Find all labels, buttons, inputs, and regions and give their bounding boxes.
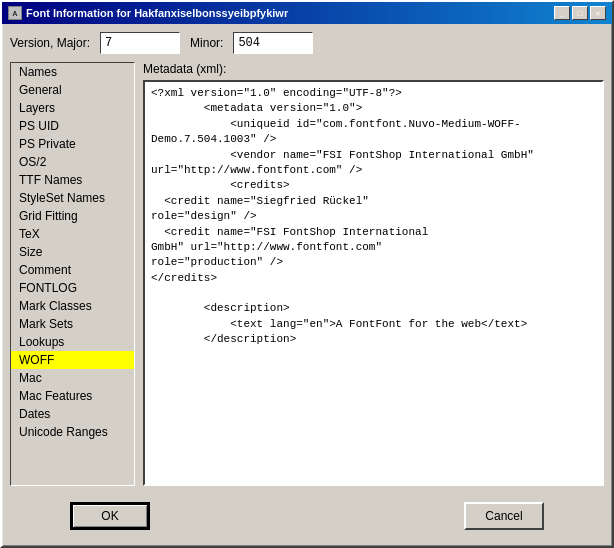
sidebar-item-tex[interactable]: TeX [11,225,134,243]
main-area: Names General Layers PS UID PS Private O… [10,62,604,486]
ok-button[interactable]: OK [70,502,150,530]
sidebar-item-marksets[interactable]: Mark Sets [11,315,134,333]
window-title: Font Information for Hakfanxiselbonssyei… [26,7,288,19]
sidebar-item-stylesetnames[interactable]: StyleSet Names [11,189,134,207]
sidebar-item-markclasses[interactable]: Mark Classes [11,297,134,315]
sidebar-item-comment[interactable]: Comment [11,261,134,279]
sidebar-item-psprivate[interactable]: PS Private [11,135,134,153]
window-icon: A [8,6,22,20]
right-panel: Metadata (xml): <?xml version="1.0" enco… [143,62,604,486]
version-major-input[interactable] [100,32,180,54]
xml-container: <?xml version="1.0" encoding="UTF-8"?> <… [143,80,604,486]
minimize-button[interactable]: _ [554,6,570,20]
title-bar-controls: _ □ ✕ [554,6,606,20]
sidebar-item-layers[interactable]: Layers [11,99,134,117]
version-major-label: Version, Major: [10,36,90,50]
version-minor-input[interactable] [233,32,313,54]
sidebar-item-ttfnames[interactable]: TTF Names [11,171,134,189]
sidebar-item-macfeatures[interactable]: Mac Features [11,387,134,405]
sidebar-item-mac[interactable]: Mac [11,369,134,387]
sidebar-item-lookups[interactable]: Lookups [11,333,134,351]
version-row: Version, Major: Minor: [10,32,604,54]
sidebar-item-unicoderanges[interactable]: Unicode Ranges [11,423,134,441]
sidebar-item-psuid[interactable]: PS UID [11,117,134,135]
sidebar-item-dates[interactable]: Dates [11,405,134,423]
maximize-button[interactable]: □ [572,6,588,20]
bottom-buttons: OK Cancel [10,494,604,538]
close-button[interactable]: ✕ [590,6,606,20]
sidebar: Names General Layers PS UID PS Private O… [10,62,135,486]
title-bar-left: A Font Information for Hakfanxiselbonssy… [8,6,288,20]
sidebar-item-os2[interactable]: OS/2 [11,153,134,171]
main-window: A Font Information for Hakfanxiselbonssy… [0,0,614,548]
sidebar-item-size[interactable]: Size [11,243,134,261]
metadata-label: Metadata (xml): [143,62,604,76]
version-minor-label: Minor: [190,36,223,50]
sidebar-item-woff[interactable]: WOFF [11,351,134,369]
cancel-button[interactable]: Cancel [464,502,544,530]
xml-textarea[interactable]: <?xml version="1.0" encoding="UTF-8"?> <… [145,82,602,484]
sidebar-item-names[interactable]: Names [11,63,134,81]
title-bar: A Font Information for Hakfanxiselbonssy… [2,2,612,24]
sidebar-item-general[interactable]: General [11,81,134,99]
sidebar-item-gridfitting[interactable]: Grid Fitting [11,207,134,225]
window-content: Version, Major: Minor: Names General Lay… [2,24,612,546]
sidebar-item-fontlog[interactable]: FONTLOG [11,279,134,297]
